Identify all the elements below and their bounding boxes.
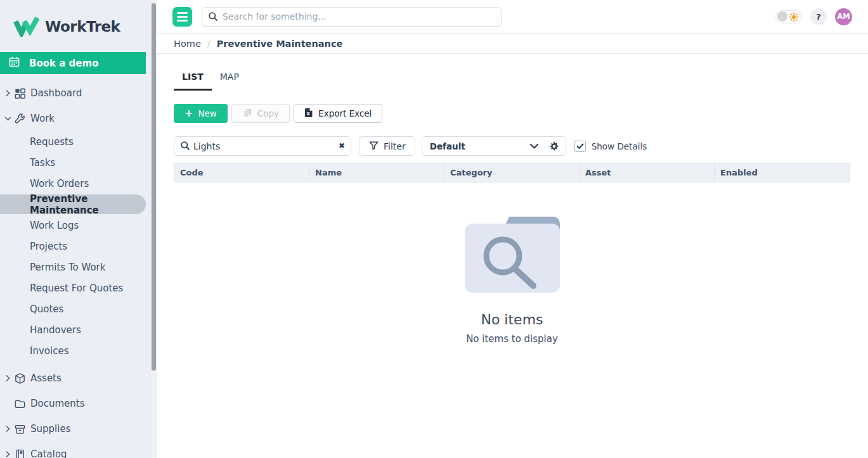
wrench-icon [13,113,27,125]
breadcrumb-separator: / [207,39,211,49]
plus-icon: + [185,108,193,118]
toolbar: + New Copy x [174,104,868,123]
column-header-name[interactable]: Name [309,163,444,182]
filter-row: ✖ Filter Default [174,136,868,156]
avatar[interactable]: AM [835,8,852,25]
new-button[interactable]: + New [174,104,228,123]
hamburger-menu-button[interactable] [172,7,192,27]
sidebar-item-requests[interactable]: Requests [0,131,157,152]
breadcrumb-current: Preventive Maintenance [217,39,343,49]
empty-state: No items No items to display [174,182,850,345]
sidebar-item-label: Catalog [30,448,67,458]
sidebar-item-documents[interactable]: Documents [0,391,157,416]
cube-icon [13,372,27,385]
dashboard-icon [13,87,27,99]
empty-state-subtitle: No items to display [466,333,558,345]
excel-file-icon: x [304,108,313,120]
table-header: Code Name Category Asset Enabled [174,163,850,182]
folder-icon [13,398,27,410]
sidebar-item-assets[interactable]: Assets [0,366,157,391]
export-excel-button[interactable]: x Export Excel [294,104,382,123]
sidebar-item-invoices[interactable]: Invoices [0,340,157,361]
logo: WorkTrek [0,0,157,39]
show-details-label[interactable]: Show Details [592,141,647,151]
help-button[interactable]: ? [810,8,827,25]
copy-button[interactable]: Copy [231,104,290,123]
column-header-enabled[interactable]: Enabled [715,163,850,182]
chevron-down-icon [3,116,12,121]
sidebar: WorkTrek Book a demo [0,0,157,458]
show-details-checkbox[interactable] [574,141,586,152]
copy-button-label: Copy [257,108,279,118]
empty-folder-search-icon [465,214,560,295]
list-search-input[interactable] [174,136,351,156]
sidebar-scrollbar-thumb[interactable] [152,3,156,371]
view-select-value: Default [430,141,465,151]
breadcrumb: Home / Preventive Maintenance [157,34,868,54]
sidebar-item-tasks[interactable]: Tasks [0,152,157,173]
filter-button-label: Filter [384,141,406,151]
sidebar-item-permits-to-work[interactable]: Permits To Work [0,257,157,277]
sidebar-item-label: Supplies [30,423,70,435]
logo-text: WorkTrek [45,18,120,35]
sidebar-item-catalog[interactable]: Catalog [0,442,157,458]
sidebar-item-label: Assets [30,372,62,384]
chevron-down-icon [529,140,539,152]
global-search [202,7,502,27]
sidebar-item-work-orders[interactable]: Work Orders [0,173,157,194]
chevron-right-icon [3,450,12,458]
column-header-category[interactable]: Category [444,163,580,182]
column-header-code[interactable]: Code [174,163,309,182]
topbar: ? AM [157,0,868,34]
sidebar-item-request-for-quotes[interactable]: Request For Quotes [0,277,157,298]
work-submenu: Requests Tasks Work Orders Preventive Ma… [0,131,157,361]
search-icon [208,11,218,24]
list-search: ✖ [174,136,351,156]
catalog-book-icon [13,448,27,458]
chevron-right-icon [3,89,12,97]
content: LIST MAP + New Copy [157,54,868,345]
breadcrumb-home-link[interactable]: Home [174,39,201,49]
filter-button[interactable]: Filter [359,136,415,156]
toggle-knob [777,11,787,22]
book-a-demo-label: Book a demo [29,58,98,69]
checkmark-icon [576,140,584,152]
main-area: ? AM Home / Preventive Maintenance LIST … [157,0,868,345]
tabs: LIST MAP [174,72,868,91]
chevron-right-icon [3,374,12,382]
sidebar-item-projects[interactable]: Projects [0,236,157,257]
export-button-label: Export Excel [318,108,372,118]
calendar-icon [8,56,20,70]
funnel-icon [368,140,379,153]
tab-list[interactable]: LIST [174,72,212,91]
sidebar-nav: Dashboard Work Requests Tasks Work Order… [0,74,157,458]
new-button-label: New [198,108,216,118]
svg-text:x: x [307,111,311,117]
sidebar-item-work-logs[interactable]: Work Logs [0,215,157,236]
search-icon [180,141,190,153]
sidebar-item-label: Work [30,113,55,124]
column-header-asset[interactable]: Asset [580,163,715,182]
sidebar-item-label: Dashboard [30,87,82,99]
sidebar-item-handovers[interactable]: Handovers [0,319,157,340]
book-a-demo-button[interactable]: Book a demo [0,52,146,74]
sun-icon [789,12,799,25]
sidebar-item-supplies[interactable]: Supplies [0,416,157,442]
chevron-right-icon [3,425,12,433]
supplies-box-icon [13,423,27,435]
sidebar-item-quotes[interactable]: Quotes [0,298,157,319]
sidebar-item-dashboard[interactable]: Dashboard [0,80,157,106]
clear-search-icon[interactable]: ✖ [339,141,345,150]
worktrek-logo-icon [13,14,39,39]
theme-toggle[interactable] [775,10,802,23]
empty-state-title: No items [481,312,543,328]
copy-icon [242,108,252,120]
tab-map[interactable]: MAP [212,72,247,91]
sidebar-item-preventive-maintenance[interactable]: Preventive Maintenance [0,194,146,214]
view-select-dropdown[interactable]: Default [422,136,566,156]
sidebar-item-label: Documents [30,398,85,409]
gear-icon[interactable] [549,141,559,151]
global-search-input[interactable] [202,7,502,27]
sidebar-item-work[interactable]: Work [0,106,157,131]
